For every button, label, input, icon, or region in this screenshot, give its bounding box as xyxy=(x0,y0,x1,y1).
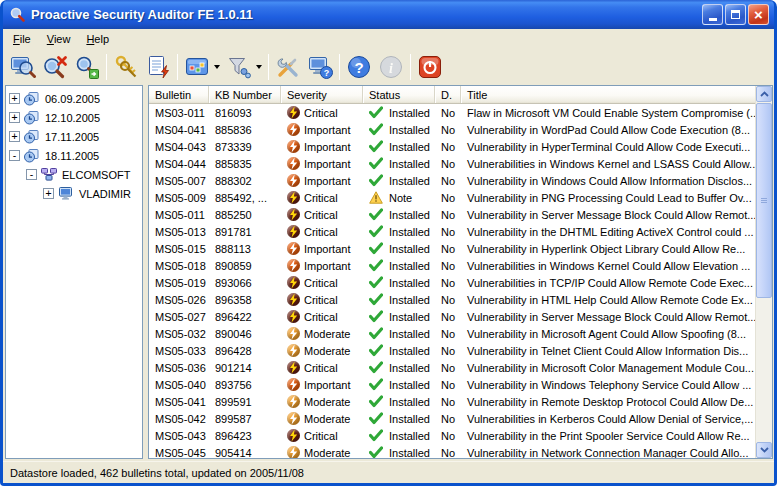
cell-d: No xyxy=(435,277,461,289)
filter-button[interactable] xyxy=(223,52,265,82)
cell-severity: Critical xyxy=(304,294,338,306)
column-header-kb-number[interactable]: KB Number xyxy=(209,86,281,103)
table-row[interactable]: MS05-011 885250 Critical Installed No Vu… xyxy=(149,206,755,223)
table-row[interactable]: MS05-009 885492, ... Critical Note No Vu… xyxy=(149,189,755,206)
menu-item-view[interactable]: View xyxy=(39,31,79,48)
tree-expander[interactable]: - xyxy=(26,169,37,180)
cell-bulletin: MS05-032 xyxy=(149,328,209,340)
cell-kb-number: 890859 xyxy=(209,260,281,272)
vertical-scrollbar xyxy=(755,86,772,458)
cell-d: No xyxy=(435,158,461,170)
column-header-bulletin[interactable]: Bulletin xyxy=(149,86,209,103)
cell-kb-number: 896428 xyxy=(209,345,281,357)
report-button[interactable] xyxy=(142,52,174,82)
menu-item-file[interactable]: File xyxy=(5,31,39,48)
cell-title: Vulnerability in Microsoft Agent Could A… xyxy=(461,328,755,340)
settings-button[interactable] xyxy=(272,52,304,82)
app-window: Proactive Security Auditor FE 1.0.11 × F… xyxy=(0,0,777,486)
cell-bulletin: MS05-007 xyxy=(149,175,209,187)
exit-button[interactable] xyxy=(414,52,446,82)
tree-item[interactable]: + VLADIMIR xyxy=(6,184,142,203)
table-row[interactable]: MS05-013 891781 Critical Installed No Vu… xyxy=(149,223,755,240)
help-button[interactable]: ? xyxy=(343,52,375,82)
tree-expander[interactable]: - xyxy=(9,150,20,161)
minimize-icon xyxy=(709,18,717,21)
table-row[interactable]: MS03-011 816093 Critical Installed No Fl… xyxy=(149,104,755,121)
cell-title: Vulnerability in the DHTML Editing Activ… xyxy=(461,226,755,238)
cell-bulletin: MS05-018 xyxy=(149,260,209,272)
table-row[interactable]: MS05-007 888302 Important Installed No V… xyxy=(149,172,755,189)
installed-check-icon xyxy=(369,429,383,442)
cell-severity: Important xyxy=(304,260,350,272)
table-row[interactable]: MS05-018 890859 Important Installed No V… xyxy=(149,257,755,274)
column-header-severity[interactable]: Severity xyxy=(281,86,363,103)
cell-bulletin: MS05-026 xyxy=(149,294,209,306)
tree-item[interactable]: + 12.10.2005 xyxy=(6,108,142,127)
cell-d: No xyxy=(435,447,461,459)
tree-item-label: 18.11.2005 xyxy=(45,150,99,162)
column-header-title[interactable]: Title xyxy=(461,86,755,103)
table-row[interactable]: MS05-015 888113 Important Installed No V… xyxy=(149,240,755,257)
scroll-down-button[interactable] xyxy=(756,442,772,458)
installed-check-icon xyxy=(369,140,383,153)
cell-severity: Important xyxy=(304,158,350,170)
installed-check-icon xyxy=(369,361,383,374)
table-row[interactable]: MS05-027 896422 Critical Installed No Vu… xyxy=(149,308,755,325)
table-row[interactable]: MS04-041 885836 Important Installed No V… xyxy=(149,121,755,138)
computer-icon xyxy=(58,187,75,200)
export-audit-button[interactable] xyxy=(71,52,103,82)
new-audit-button[interactable] xyxy=(7,52,39,82)
svg-text:?: ? xyxy=(324,68,330,78)
app-logo-icon[interactable] xyxy=(9,6,26,23)
table-row[interactable]: MS05-043 896423 Critical Installed No Vu… xyxy=(149,427,755,444)
scrollbar-track[interactable] xyxy=(756,299,772,442)
delete-audit-button[interactable] xyxy=(39,52,71,82)
table-row[interactable]: MS05-040 893756 Important Installed No V… xyxy=(149,376,755,393)
table-row[interactable]: MS05-041 899591 Moderate Installed No Vu… xyxy=(149,393,755,410)
table-row[interactable]: MS05-033 896428 Moderate Installed No Vu… xyxy=(149,342,755,359)
table-row[interactable]: MS05-019 893066 Critical Installed No Vu… xyxy=(149,274,755,291)
about-button[interactable]: i xyxy=(375,52,407,82)
audit-date-icon xyxy=(24,111,41,125)
cell-severity: Important xyxy=(304,141,350,153)
table-row[interactable]: MS04-043 873339 Important Installed No V… xyxy=(149,138,755,155)
close-button[interactable]: × xyxy=(748,4,769,25)
tree-expander[interactable]: + xyxy=(9,93,20,104)
severity-icon xyxy=(287,157,300,170)
installed-check-icon xyxy=(369,242,383,255)
remote-support-button[interactable]: ? xyxy=(304,52,336,82)
tree-item[interactable]: - 18.11.2005 xyxy=(6,146,142,165)
tree-expander[interactable]: + xyxy=(9,131,20,142)
column-header-status[interactable]: Status xyxy=(363,86,435,103)
tree-item[interactable]: + 06.09.2005 xyxy=(6,89,142,108)
credentials-button[interactable] xyxy=(110,52,142,82)
title-bar[interactable]: Proactive Security Auditor FE 1.0.11 × xyxy=(3,0,774,29)
maximize-button[interactable] xyxy=(725,4,746,25)
dropdown-caret-icon xyxy=(256,65,262,69)
severity-icon xyxy=(287,310,300,323)
cell-kb-number: 896422 xyxy=(209,311,281,323)
cell-d: No xyxy=(435,141,461,153)
tree-item[interactable]: + 17.11.2005 xyxy=(6,127,142,146)
scrollbar-thumb[interactable] xyxy=(756,103,772,298)
table-row[interactable]: MS05-045 905414 Moderate Installed No Vu… xyxy=(149,444,755,458)
minimize-button[interactable] xyxy=(702,4,723,25)
severity-icon xyxy=(287,344,300,357)
audit-date-icon xyxy=(24,149,41,163)
tree-item-label: 12.10.2005 xyxy=(45,112,100,124)
severity-icon xyxy=(287,208,300,221)
column-header-d[interactable]: D. xyxy=(435,86,461,103)
view-datastore-button[interactable] xyxy=(181,52,223,82)
table-row[interactable]: MS05-032 890046 Moderate Installed No Vu… xyxy=(149,325,755,342)
table-row[interactable]: MS05-042 899587 Moderate Installed No Vu… xyxy=(149,410,755,427)
severity-icon xyxy=(287,293,300,306)
table-row[interactable]: MS04-044 885835 Important Installed No V… xyxy=(149,155,755,172)
menu-item-help[interactable]: Help xyxy=(78,31,117,48)
cell-severity: Moderate xyxy=(304,447,350,459)
tree-item[interactable]: - ELCOMSOFT xyxy=(6,165,142,184)
scroll-up-button[interactable] xyxy=(756,86,772,102)
tree-expander[interactable]: + xyxy=(43,188,54,199)
tree-expander[interactable]: + xyxy=(9,112,20,123)
table-row[interactable]: MS05-026 896358 Critical Installed No Vu… xyxy=(149,291,755,308)
table-row[interactable]: MS05-036 901214 Critical Installed No Vu… xyxy=(149,359,755,376)
